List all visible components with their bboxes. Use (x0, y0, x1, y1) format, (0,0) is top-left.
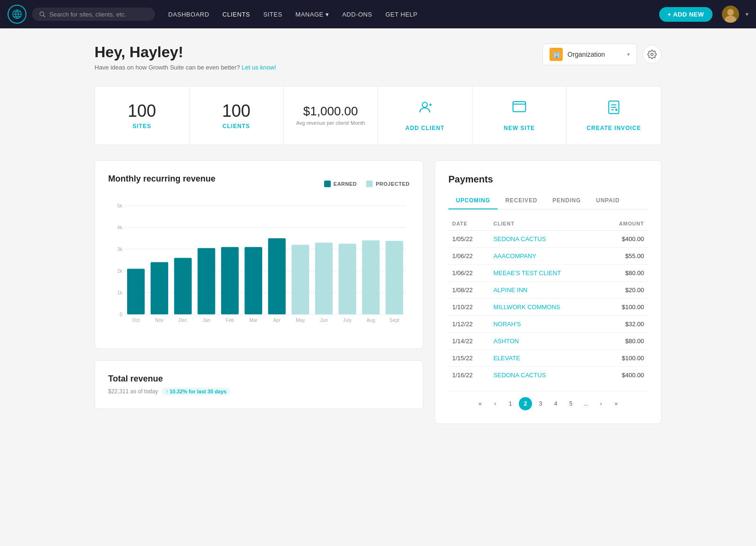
search-bar[interactable] (32, 8, 155, 21)
tab-upcoming[interactable]: UPCOMING (448, 192, 498, 209)
bottom-grid: Monthly recurring revenue EARNED PROJECT… (94, 160, 662, 424)
page-btn-«[interactable]: « (473, 397, 487, 410)
table-row: 1/08/22 ALPINE INN $20.00 (448, 282, 648, 299)
page-btn-4[interactable]: 4 (549, 397, 562, 410)
stat-create-invoice[interactable]: CREATE INVOICE (567, 87, 661, 145)
pagination: «‹12345...›» (448, 391, 648, 410)
svg-rect-50 (339, 244, 356, 315)
gear-icon (647, 50, 657, 59)
stat-add-client[interactable]: ADD CLIENT (378, 87, 472, 145)
cell-client[interactable]: MILLWORK COMMONS (490, 299, 600, 316)
table-row: 1/10/22 MILLWORK COMMONS $100.00 (448, 299, 648, 316)
svg-text:Dec: Dec (179, 317, 188, 323)
avatar-chevron: ▾ (746, 11, 748, 17)
table-row: 1/12/22 NORAH'S $32.00 (448, 316, 648, 333)
cell-client[interactable]: ALPINE INN (490, 282, 600, 299)
feedback-link[interactable]: Let us know! (241, 64, 276, 71)
bar-chart: 5k4k3k2k1k0OctNovDecJanFebMarAprMayJunJu… (108, 201, 410, 333)
page-btn-1[interactable]: 1 (504, 397, 517, 410)
table-row: 1/15/22 ELEVATE $100.00 (448, 350, 648, 367)
cell-amount: $32.00 (600, 316, 648, 333)
svg-point-4 (727, 9, 734, 16)
chevron-down-icon: ▾ (326, 11, 329, 18)
stats-row: 100 SITES 100 CLIENTS $1,000.00 Avg reve… (94, 86, 662, 145)
revenue-badge: ↑ 10.32% for last 30 days (162, 388, 230, 395)
svg-text:Aug: Aug (367, 317, 375, 323)
svg-rect-38 (198, 248, 215, 314)
chart-title: Monthly recurring revenue (108, 174, 215, 184)
cell-amount: $80.00 (600, 333, 648, 350)
chart-header: Monthly recurring revenue EARNED PROJECT… (108, 174, 410, 193)
stat-clients[interactable]: 100 CLIENTS (189, 87, 284, 145)
table-row: 1/06/22 MEEAE'S TEST CLIENT $80.00 (448, 265, 648, 282)
page-btn-2[interactable]: 2 (519, 397, 532, 410)
cell-date: 1/14/22 (448, 333, 490, 350)
search-input[interactable] (49, 11, 148, 18)
page-btn-3[interactable]: 3 (534, 397, 547, 410)
cell-client[interactable]: ELEVATE (490, 350, 600, 367)
cell-amount: $400.00 (600, 367, 648, 384)
create-invoice-label: CREATE INVOICE (587, 125, 641, 131)
chart-legend: EARNED PROJECTED (324, 181, 410, 187)
page-btn-5[interactable]: 5 (564, 397, 577, 410)
tab-unpaid[interactable]: UNPAID (588, 192, 627, 209)
cell-client[interactable]: SEDONA CACTUS (490, 367, 600, 384)
nav-addons[interactable]: ADD-ONS (342, 11, 372, 18)
payments-panel: Payments UPCOMING RECEIVED PENDING UNPAI… (435, 160, 662, 424)
avatar[interactable] (722, 6, 739, 23)
table-row: 1/16/22 SEDONA CACTUS $400.00 (448, 367, 648, 384)
total-revenue-title: Total revenue (108, 374, 410, 384)
cell-client[interactable]: MEEAE'S TEST CLIENT (490, 265, 600, 282)
payments-title: Payments (448, 174, 648, 185)
cell-client[interactable]: ASHTON (490, 333, 600, 350)
clients-count: 100 (222, 102, 250, 121)
stat-sites[interactable]: 100 SITES (95, 87, 189, 145)
svg-text:0: 0 (120, 312, 122, 317)
nav-clients[interactable]: CLIENTS (223, 11, 250, 18)
org-chevron-icon: ▾ (627, 51, 630, 58)
svg-rect-36 (174, 258, 191, 314)
header-row: Hey, Hayley! Have ideas on how Growth Su… (94, 43, 662, 71)
svg-rect-54 (386, 241, 403, 314)
search-icon (39, 10, 45, 18)
svg-text:Feb: Feb (226, 317, 234, 323)
col-amount: AMOUNT (600, 217, 648, 231)
tab-pending[interactable]: PENDING (545, 192, 588, 209)
revenue-sub-text: $22,311 as of today ↑ 10.32% for last 30… (108, 388, 410, 395)
new-site-label: NEW SITE (504, 125, 535, 131)
page-btn-›[interactable]: › (594, 397, 608, 410)
nav-manage[interactable]: MANAGE ▾ (295, 11, 329, 18)
svg-point-7 (422, 102, 428, 107)
stat-revenue[interactable]: $1,000.00 Avg revenue per client/ Month (284, 87, 378, 145)
cell-amount: $100.00 (600, 299, 648, 316)
nav-gethelp[interactable]: GET HELP (386, 11, 418, 18)
chart-area: 5k4k3k2k1k0OctNovDecJanFebMarAprMayJunJu… (108, 201, 410, 335)
cell-client[interactable]: SEDONA CACTUS (490, 231, 600, 248)
nav-sites[interactable]: SITES (263, 11, 282, 18)
org-dropdown[interactable]: 🏢 Organization ▾ (542, 43, 637, 65)
payments-table: DATE CLIENT AMOUNT 1/05/22 SEDONA CACTUS… (448, 217, 648, 383)
add-new-button[interactable]: + ADD NEW (659, 7, 713, 22)
earned-dot (324, 181, 331, 187)
svg-rect-46 (292, 245, 309, 314)
cell-client[interactable]: AAACOMPANY (490, 248, 600, 265)
logo[interactable] (8, 5, 26, 24)
legend-earned: EARNED (324, 181, 357, 187)
svg-rect-48 (315, 243, 333, 314)
tab-received[interactable]: RECEIVED (498, 192, 545, 209)
cell-client[interactable]: NORAH'S (490, 316, 600, 333)
settings-button[interactable] (643, 45, 662, 64)
chart-panel: Monthly recurring revenue EARNED PROJECT… (94, 160, 423, 349)
nav-dashboard[interactable]: DASHBOARD (168, 11, 209, 18)
left-column: Monthly recurring revenue EARNED PROJECT… (94, 160, 423, 424)
page-btn-»[interactable]: » (610, 397, 623, 410)
svg-text:1k: 1k (117, 290, 123, 295)
header-actions: 🏢 Organization ▾ (542, 43, 662, 65)
cell-amount: $80.00 (600, 265, 648, 282)
legend-projected: PROJECTED (366, 181, 410, 187)
stat-new-site[interactable]: NEW SITE (472, 87, 567, 145)
sites-label: SITES (132, 123, 151, 130)
svg-rect-40 (221, 247, 239, 314)
page-btn-‹[interactable]: ‹ (489, 397, 502, 410)
page-btn-...[interactable]: ... (579, 397, 593, 410)
